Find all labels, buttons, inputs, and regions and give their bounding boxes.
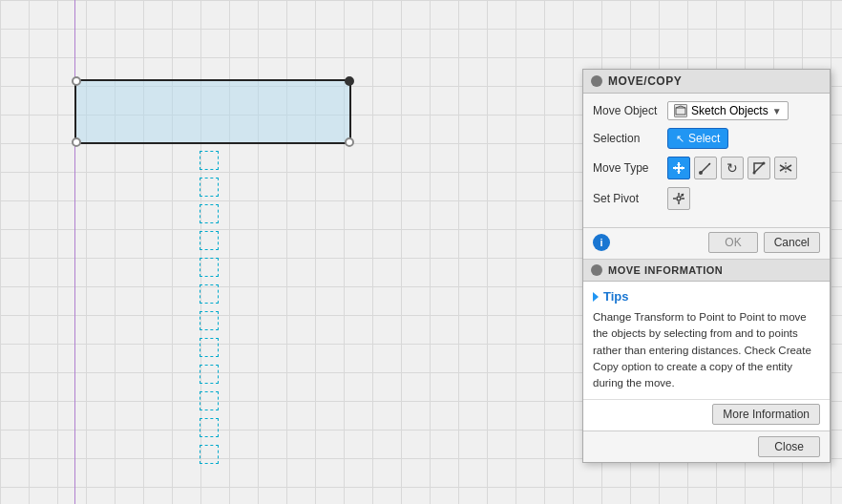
select-button[interactable]: ↖ Select bbox=[667, 128, 728, 149]
svg-point-4 bbox=[677, 197, 681, 200]
close-button[interactable]: Close bbox=[758, 436, 820, 457]
set-pivot-button[interactable] bbox=[667, 187, 690, 210]
cyan-rect-8 bbox=[200, 338, 219, 357]
more-information-button[interactable]: More Information bbox=[712, 404, 820, 425]
move-type-mirror-btn[interactable] bbox=[774, 157, 797, 179]
info-section-header: MOVE INFORMATION bbox=[583, 260, 830, 282]
cursor-icon: ↖ bbox=[676, 133, 684, 145]
info-section-title: MOVE INFORMATION bbox=[608, 264, 723, 276]
svg-rect-0 bbox=[676, 108, 685, 115]
ok-button[interactable]: OK bbox=[708, 232, 757, 253]
move-object-dropdown[interactable]: Sketch Objects ▼ bbox=[667, 101, 789, 120]
svg-point-1 bbox=[699, 171, 703, 175]
cyan-rect-11 bbox=[200, 418, 219, 437]
cyan-rect-9 bbox=[200, 365, 219, 384]
tips-body: Tips Change Transform to Point to Point … bbox=[583, 282, 830, 399]
cyan-rect-3 bbox=[200, 204, 219, 223]
move-type-translate-btn[interactable] bbox=[667, 157, 690, 179]
tips-title: Tips bbox=[603, 289, 629, 304]
handle-top-left[interactable] bbox=[72, 76, 81, 86]
svg-point-2 bbox=[753, 172, 756, 175]
cyan-rect-4 bbox=[200, 231, 219, 250]
dialog-header: MOVE/COPY bbox=[583, 70, 830, 94]
selected-rectangle[interactable] bbox=[74, 79, 351, 144]
move-object-value: Sketch Objects bbox=[691, 104, 768, 117]
move-object-label: Move Object bbox=[593, 104, 662, 117]
cyan-rect-6 bbox=[200, 284, 219, 304]
set-pivot-row: Set Pivot bbox=[593, 187, 820, 210]
move-type-row: Move Type bbox=[593, 157, 820, 179]
tips-triangle-icon bbox=[593, 292, 599, 302]
selection-label: Selection bbox=[593, 132, 662, 145]
cyan-rect-12 bbox=[200, 445, 219, 464]
tips-text: Change Transform to Point to Point to mo… bbox=[593, 309, 820, 391]
move-information-section: MOVE INFORMATION Tips Change Transform t… bbox=[583, 259, 830, 430]
move-type-icons: ↻ bbox=[667, 157, 797, 179]
dialog-header-icon bbox=[591, 75, 602, 87]
cyan-object-strip bbox=[200, 151, 219, 464]
cancel-button[interactable]: Cancel bbox=[764, 232, 820, 253]
move-type-scale-btn[interactable] bbox=[747, 157, 770, 179]
svg-point-3 bbox=[763, 162, 766, 165]
action-buttons: OK Cancel bbox=[708, 232, 820, 253]
more-info-row: More Information bbox=[583, 399, 830, 430]
dropdown-arrow-icon: ▼ bbox=[772, 106, 782, 116]
dialog-action-row: i OK Cancel bbox=[583, 227, 830, 259]
selection-row: Selection ↖ Select bbox=[593, 128, 820, 149]
info-section-icon bbox=[591, 264, 602, 276]
move-object-row: Move Object Sketch Objects ▼ bbox=[593, 101, 820, 120]
dialog-body: Move Object Sketch Objects ▼ Selection ↖… bbox=[583, 94, 830, 225]
handle-bottom-left[interactable] bbox=[72, 137, 81, 147]
cyan-rect-5 bbox=[200, 258, 219, 277]
cyan-rect-2 bbox=[200, 178, 219, 197]
cyan-rect-7 bbox=[200, 311, 219, 330]
move-type-pointtopoint-btn[interactable] bbox=[694, 157, 717, 179]
close-row: Close bbox=[583, 430, 830, 462]
move-copy-dialog: MOVE/COPY Move Object Sketch Objects ▼ S… bbox=[582, 69, 831, 463]
dialog-title: MOVE/COPY bbox=[608, 74, 682, 88]
move-type-rotate-btn[interactable]: ↻ bbox=[721, 157, 744, 179]
info-button[interactable]: i bbox=[593, 234, 610, 251]
select-button-label: Select bbox=[688, 132, 720, 145]
cyan-rect-10 bbox=[200, 391, 219, 410]
handle-top-right[interactable] bbox=[345, 76, 354, 86]
cyan-rect-1 bbox=[200, 151, 219, 170]
move-type-label: Move Type bbox=[593, 161, 662, 175]
handle-bottom-right[interactable] bbox=[345, 137, 354, 147]
set-pivot-label: Set Pivot bbox=[593, 192, 662, 205]
tips-header: Tips bbox=[593, 289, 820, 304]
sketch-icon bbox=[674, 104, 687, 117]
